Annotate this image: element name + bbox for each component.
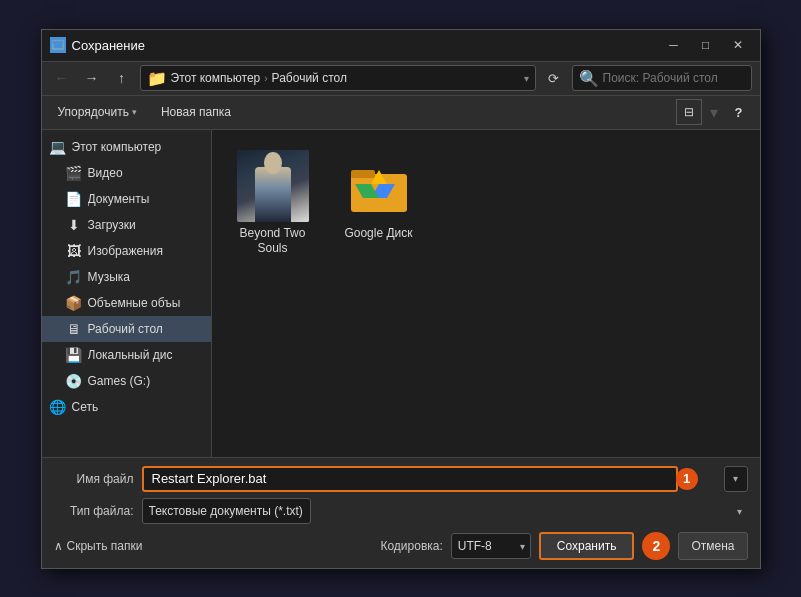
address-bar[interactable]: 📁 Этот компьютер › Рабочий стол ▾ [140,65,536,91]
title-bar: Сохранение ─ □ ✕ [42,30,760,62]
address-chevron-icon[interactable]: ▾ [524,73,529,84]
save-button[interactable]: Сохранить [539,532,635,560]
organize-label: Упорядочить [58,105,129,119]
sidebar-label-games: Games (G:) [88,374,203,388]
sidebar-item-music[interactable]: 🎵 Музыка [42,264,211,290]
encoding-select[interactable]: UTF-8 UTF-16 Windows-1251 [451,533,531,559]
svg-rect-1 [53,41,63,44]
help-button[interactable]: ? [726,99,752,125]
hide-folders-label: Скрыть папки [67,539,143,553]
network-icon: 🌐 [50,399,66,415]
hide-folders-button[interactable]: ∧ Скрыть папки [54,539,143,553]
address-parts: Этот компьютер › Рабочий стол [171,71,520,85]
encoding-label: Кодировка: [380,539,442,553]
nav-toolbar: ← → ↑ 📁 Этот компьютер › Рабочий стол ▾ … [42,62,760,96]
save-dialog: Сохранение ─ □ ✕ ← → ↑ 📁 Этот компьютер … [41,29,761,569]
sidebar: 💻 Этот компьютер 🎬 Видео 📄 Документы ⬇ З… [42,130,212,457]
encoding-select-wrapper: UTF-8 UTF-16 Windows-1251 ▾ [451,533,531,559]
address-part-desktop: Рабочий стол [272,71,347,85]
dialog-title: Сохранение [72,38,660,53]
forward-button[interactable]: → [80,66,104,90]
sidebar-item-3d-objects[interactable]: 📦 Объемные объы [42,290,211,316]
file-label-beyond: Beyond TwoSouls [240,226,306,257]
organize-button[interactable]: Упорядочить ▾ [50,99,145,125]
sidebar-label-documents: Документы [88,192,203,206]
file-item-google-drive[interactable]: Google Диск [334,146,424,261]
close-button[interactable]: ✕ [724,35,752,55]
images-icon: 🖼 [66,243,82,259]
sidebar-label-3d-objects: Объемные объы [88,296,203,310]
search-box[interactable]: 🔍 Поиск: Рабочий стол [572,65,752,91]
sidebar-item-video[interactable]: 🎬 Видео [42,160,211,186]
sidebar-item-games[interactable]: 💿 Games (G:) [42,368,211,394]
sidebar-label-local-disk: Локальный диc [88,348,203,362]
this-pc-icon: 💻 [50,139,66,155]
action-row: ∧ Скрыть папки Кодировка: UTF-8 UTF-16 W… [54,532,748,560]
filetype-select[interactable]: Текстовые документы (*.txt) Все файлы (*… [142,498,311,524]
games-icon: 💿 [66,373,82,389]
secondary-toolbar: Упорядочить ▾ Новая папка ⊟ ▾ ? [42,96,760,130]
svg-rect-3 [351,170,375,178]
window-controls: ─ □ ✕ [660,35,752,55]
up-button[interactable]: ↑ [110,66,134,90]
filename-row: Имя файл 1 ▾ [54,466,748,492]
video-icon: 🎬 [66,165,82,181]
filename-input-wrapper: 1 [142,466,678,492]
filetype-chevron-icon: ▾ [737,505,742,516]
file-label-google-drive: Google Диск [344,226,412,242]
filetype-row: Тип файла: Текстовые документы (*.txt) В… [54,498,748,524]
new-folder-button[interactable]: Новая папка [153,99,239,125]
hide-folders-chevron-icon: ∧ [54,539,63,553]
sidebar-label-this-pc: Этот компьютер [72,140,203,154]
google-drive-icon [343,150,415,222]
filename-dropdown-button[interactable]: ▾ [724,466,748,492]
search-icon: 🔍 [579,69,599,88]
main-content: 💻 Этот компьютер 🎬 Видео 📄 Документы ⬇ З… [42,130,760,457]
sidebar-item-this-pc[interactable]: 💻 Этот компьютер [42,134,211,160]
3d-objects-icon: 📦 [66,295,82,311]
filename-input[interactable] [142,466,678,492]
minimize-button[interactable]: ─ [660,35,688,55]
sidebar-label-video: Видео [88,166,203,180]
back-button[interactable]: ← [50,66,74,90]
sidebar-item-network[interactable]: 🌐 Сеть [42,394,211,420]
file-item-beyond-two-souls[interactable]: Beyond TwoSouls [228,146,318,261]
downloads-icon: ⬇ [66,217,82,233]
address-sep1: › [264,73,267,84]
organize-chevron-icon: ▾ [132,107,137,117]
local-disk-icon: 💾 [66,347,82,363]
sidebar-label-desktop: Рабочий стол [88,322,203,336]
address-part-pc: Этот компьютер [171,71,261,85]
sidebar-item-local-disk[interactable]: 💾 Локальный диc [42,342,211,368]
dialog-icon [50,37,66,53]
desktop-icon: 🖥 [66,321,82,337]
sidebar-label-images: Изображения [88,244,203,258]
filename-label: Имя файл [54,472,134,486]
sidebar-label-music: Музыка [88,270,203,284]
refresh-button[interactable]: ⟳ [542,66,566,90]
cancel-button[interactable]: Отмена [678,532,747,560]
filename-dropdown-icon: ▾ [733,473,738,484]
badge-1: 1 [676,468,698,490]
address-icon: 📁 [147,69,167,88]
maximize-button[interactable]: □ [692,35,720,55]
sidebar-label-network: Сеть [72,400,203,414]
bottom-section: Имя файл 1 ▾ Тип файла: Текстовые докуме… [42,457,760,568]
file-area: Beyond TwoSouls [212,130,760,457]
search-placeholder: Поиск: Рабочий стол [603,71,718,85]
sidebar-item-desktop[interactable]: 🖥 Рабочий стол [42,316,211,342]
badge-2: 2 [642,532,670,560]
view-toggle-button[interactable]: ⊟ [676,99,702,125]
filetype-select-wrapper: Текстовые документы (*.txt) Все файлы (*… [142,498,748,524]
toolbar-sep: ▾ [710,103,718,122]
sidebar-item-downloads[interactable]: ⬇ Загрузки [42,212,211,238]
documents-icon: 📄 [66,191,82,207]
music-icon: 🎵 [66,269,82,285]
sidebar-item-documents[interactable]: 📄 Документы [42,186,211,212]
sidebar-item-images[interactable]: 🖼 Изображения [42,238,211,264]
sidebar-label-downloads: Загрузки [88,218,203,232]
filetype-label: Тип файла: [54,504,134,518]
game-thumbnail-beyond [237,150,309,222]
